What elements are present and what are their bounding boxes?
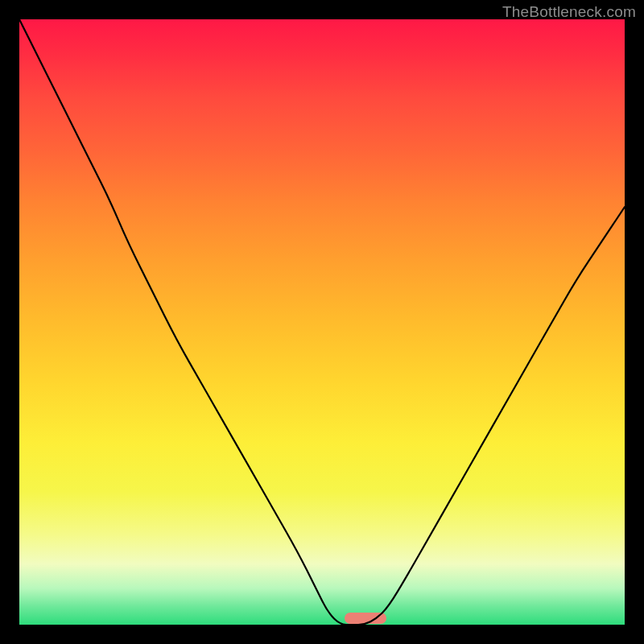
min-marker-pill (345, 613, 386, 624)
watermark-text: TheBottleneck.com (502, 3, 636, 21)
chart-frame: TheBottleneck.com (0, 0, 644, 644)
plot-area (19, 19, 625, 625)
curve-path (19, 19, 625, 625)
bottleneck-curve (19, 19, 625, 625)
